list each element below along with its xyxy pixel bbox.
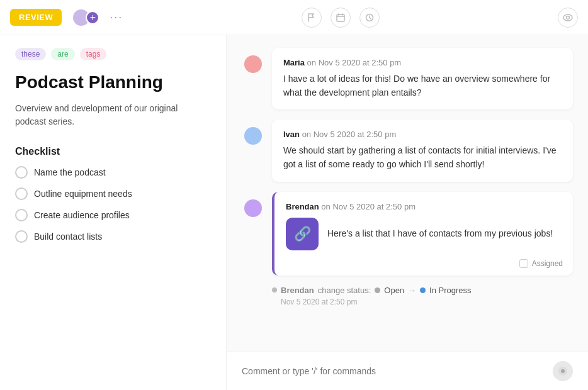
toolbar-icons [130,8,550,28]
status-dot-to [420,287,426,293]
page-title: Podcast Planning [15,72,211,93]
svg-rect-0 [337,14,344,21]
status-from: Open [384,286,404,295]
assigned-label: Assigned [532,259,563,268]
comment-input-bar [227,352,588,390]
tag-these[interactable]: these [15,48,46,60]
checklist-checkbox-1[interactable] [15,166,28,179]
svg-point-2 [563,14,572,21]
arrow-icon: → [408,286,416,295]
review-button[interactable]: REVIEW [10,9,62,26]
comment-card-brendan: Brendan on Nov 5 2020 at 2:50 pm 🔗 Here'… [272,192,573,276]
status-change-author: Brendan [281,286,314,295]
checklist-item-4[interactable]: Build contact lists [15,230,211,243]
comment-card-maria: Maria on Nov 5 2020 at 2:50 pm I have a … [272,48,573,109]
attachment-row: 🔗 Here's a list that I have of contacts … [286,218,562,250]
checklist-checkbox-2[interactable] [15,187,28,200]
checklist-item-3[interactable]: Create audience profiles [15,209,211,221]
comment-meta-maria: Maria on Nov 5 2020 at 2:50 pm [283,58,562,67]
avatar-brendan [244,199,262,217]
comment-author-ivan: Ivan [283,130,300,139]
status-dot-from [375,287,380,293]
status-bullet [272,287,277,292]
topbar: REVIEW + ··· [0,0,588,35]
assigned-badge: Assigned [519,259,563,268]
comment-text-maria: I have a lot of ideas for this! Do we ha… [283,72,562,99]
comment-wrapper-brendan: Brendan on Nov 5 2020 at 2:50 pm 🔗 Here'… [242,192,573,276]
checklist-heading: Checklist [15,146,211,157]
svg-point-5 [561,369,565,373]
comment-timestamp-brendan: on Nov 5 2020 at 2:50 pm [321,202,416,211]
status-to: In Progress [429,286,471,295]
main-layout: these are tags Podcast Planning Overview… [0,35,588,390]
clock-icon[interactable] [359,8,380,28]
attachment-icon[interactable]: 🔗 [286,218,319,250]
right-panel: Maria on Nov 5 2020 at 2:50 pm I have a … [227,35,588,390]
avatar-group: + [72,8,99,27]
checklist-label-2: Outline equipment needs [34,189,132,199]
comment-meta-brendan: Brendan on Nov 5 2020 at 2:50 pm [286,202,562,211]
checklist-label-3: Create audience profiles [34,210,130,220]
left-panel: these are tags Podcast Planning Overview… [0,35,227,390]
add-user-button[interactable]: + [86,11,99,25]
status-change: Brendan change status: Open → In Progres… [242,286,573,306]
avatar-ivan [244,127,262,145]
checklist-item-1[interactable]: Name the podcast [15,166,211,179]
page-description: Overview and development of our original… [15,102,211,128]
tag-are[interactable]: are [51,48,74,60]
comment-input[interactable] [242,366,546,376]
calendar-icon[interactable] [331,8,351,28]
status-change-row: Brendan change status: Open → In Progres… [272,286,573,295]
assigned-checkbox[interactable] [519,259,528,268]
flag-icon[interactable] [302,8,322,28]
svg-point-3 [567,16,570,19]
checklist-label-1: Name the podcast [34,167,106,177]
tags-row: these are tags [15,48,211,60]
comment-text-brendan: Here's a list that I have of contacts fr… [327,227,562,240]
comment-author-maria: Maria [283,58,305,67]
comment-text-ivan: We should start by gathering a list of c… [283,144,562,171]
comment-author-brendan: Brendan [286,202,319,211]
checklist-checkbox-3[interactable] [15,209,28,221]
eye-icon[interactable] [558,8,578,28]
status-change-prefix: change status: [318,286,371,295]
avatar-maria [244,55,262,73]
tag-tags[interactable]: tags [80,48,107,60]
status-change-timestamp: Nov 5 2020 at 2:50 pm [272,298,573,306]
comment-wrapper-maria: Maria on Nov 5 2020 at 2:50 pm I have a … [242,48,573,109]
checklist-label-4: Build contact lists [34,231,102,242]
right-toolbar [558,8,578,28]
checklist-item-2[interactable]: Outline equipment needs [15,187,211,200]
checklist-checkbox-4[interactable] [15,230,28,243]
comment-wrapper-ivan: Ivan on Nov 5 2020 at 2:50 pm We should … [242,120,573,181]
comment-send-button[interactable] [553,361,573,381]
comment-timestamp-ivan: on Nov 5 2020 at 2:50 pm [302,130,397,139]
comment-meta-ivan: Ivan on Nov 5 2020 at 2:50 pm [283,130,562,139]
comments-area: Maria on Nov 5 2020 at 2:50 pm I have a … [227,35,588,352]
comment-timestamp-maria: on Nov 5 2020 at 2:50 pm [307,58,402,67]
comment-card-ivan: Ivan on Nov 5 2020 at 2:50 pm We should … [272,120,573,181]
more-options-button[interactable]: ··· [110,11,123,24]
